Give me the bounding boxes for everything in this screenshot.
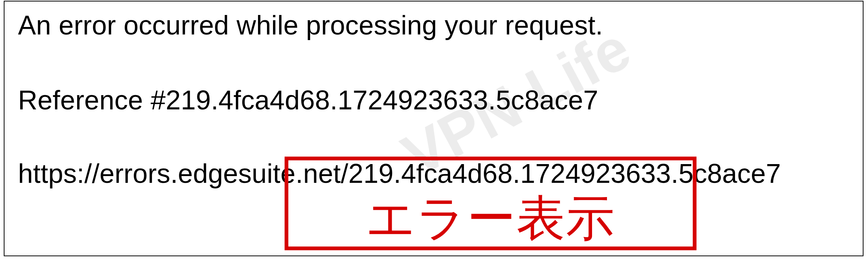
error-message: An error occurred while processing your … — [18, 10, 603, 40]
error-reference: Reference #219.4fca4d68.1724923633.5c8ac… — [18, 85, 598, 115]
annotation-label: エラー表示 — [285, 186, 696, 252]
